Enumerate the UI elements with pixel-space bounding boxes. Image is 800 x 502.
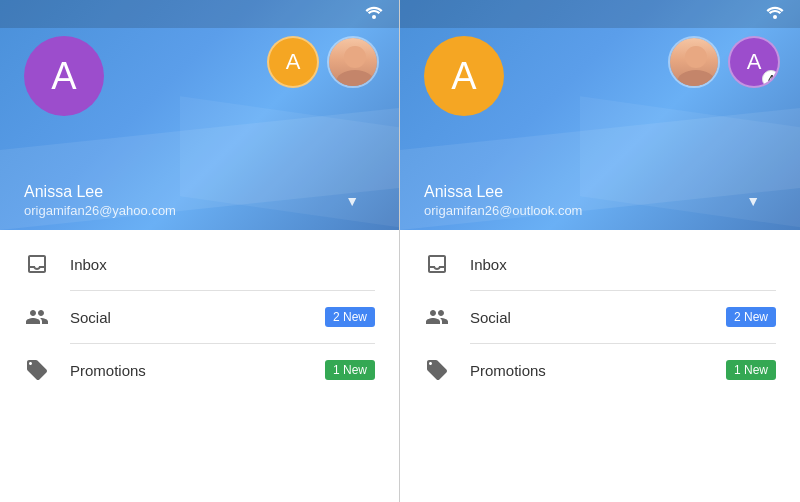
- left-menu: Inbox Social 2 New Promotions 1 New: [0, 230, 399, 502]
- right-social-badge: 2 New: [726, 307, 776, 327]
- right-status-bar: [400, 0, 800, 28]
- right-panel: A A 4 Anissa Lee origamifan26@outlook.co…: [400, 0, 800, 502]
- right-main-avatar[interactable]: A: [424, 36, 504, 116]
- right-photo-avatar[interactable]: [668, 36, 720, 88]
- right-inbox-icon: [424, 252, 450, 276]
- left-photo-avatar[interactable]: [327, 36, 379, 88]
- right-inbox-item[interactable]: Inbox: [400, 238, 800, 290]
- left-inbox-icon: [24, 252, 50, 276]
- left-panel: A A Anissa Lee origamifan26@yahoo.com ▼: [0, 0, 400, 502]
- left-social-label: Social: [70, 309, 305, 326]
- right-account-text: Anissa Lee origamifan26@outlook.com: [424, 182, 582, 220]
- right-account-email: origamifan26@outlook.com: [424, 203, 582, 220]
- left-social-icon: [24, 305, 50, 329]
- left-account-name: Anissa Lee: [24, 182, 176, 203]
- left-main-avatar[interactable]: A: [24, 36, 104, 116]
- right-avatar-group: A 4: [668, 36, 780, 88]
- left-promo-label: Promotions: [70, 362, 305, 379]
- right-promo-icon: [424, 358, 450, 382]
- left-wifi-icon: [365, 6, 383, 23]
- right-inbox-label: Inbox: [470, 256, 776, 273]
- right-secondary-avatar[interactable]: A 4: [728, 36, 780, 88]
- right-menu: Inbox Social 2 New Promotions 1 New: [400, 230, 800, 502]
- right-header: A A 4 Anissa Lee origamifan26@outlook.co…: [400, 0, 800, 230]
- left-inbox-label: Inbox: [70, 256, 375, 273]
- left-inbox-item[interactable]: Inbox: [0, 238, 399, 290]
- left-promotions-item[interactable]: Promotions 1 New: [0, 344, 399, 396]
- left-secondary-avatar[interactable]: A: [267, 36, 319, 88]
- right-social-item[interactable]: Social 2 New: [400, 291, 800, 343]
- left-header: A A Anissa Lee origamifan26@yahoo.com ▼: [0, 0, 399, 230]
- right-promotions-item[interactable]: Promotions 1 New: [400, 344, 800, 396]
- right-avatar-badge: 4: [762, 70, 780, 88]
- left-dropdown-icon[interactable]: ▼: [345, 193, 359, 209]
- right-wifi-icon: [766, 6, 784, 23]
- right-account-info: Anissa Lee origamifan26@outlook.com ▼: [424, 182, 760, 220]
- left-promo-badge: 1 New: [325, 360, 375, 380]
- right-account-name: Anissa Lee: [424, 182, 582, 203]
- left-avatar-group: A: [267, 36, 379, 88]
- svg-point-1: [773, 15, 777, 19]
- right-promo-label: Promotions: [470, 362, 706, 379]
- right-social-label: Social: [470, 309, 706, 326]
- left-account-email: origamifan26@yahoo.com: [24, 203, 176, 220]
- left-account-text: Anissa Lee origamifan26@yahoo.com: [24, 182, 176, 220]
- right-dropdown-icon[interactable]: ▼: [746, 193, 760, 209]
- left-social-item[interactable]: Social 2 New: [0, 291, 399, 343]
- left-social-badge: 2 New: [325, 307, 375, 327]
- left-status-bar: [0, 0, 399, 28]
- right-promo-badge: 1 New: [726, 360, 776, 380]
- left-account-info: Anissa Lee origamifan26@yahoo.com ▼: [24, 182, 359, 220]
- right-social-icon: [424, 305, 450, 329]
- svg-point-0: [372, 15, 376, 19]
- left-promo-icon: [24, 358, 50, 382]
